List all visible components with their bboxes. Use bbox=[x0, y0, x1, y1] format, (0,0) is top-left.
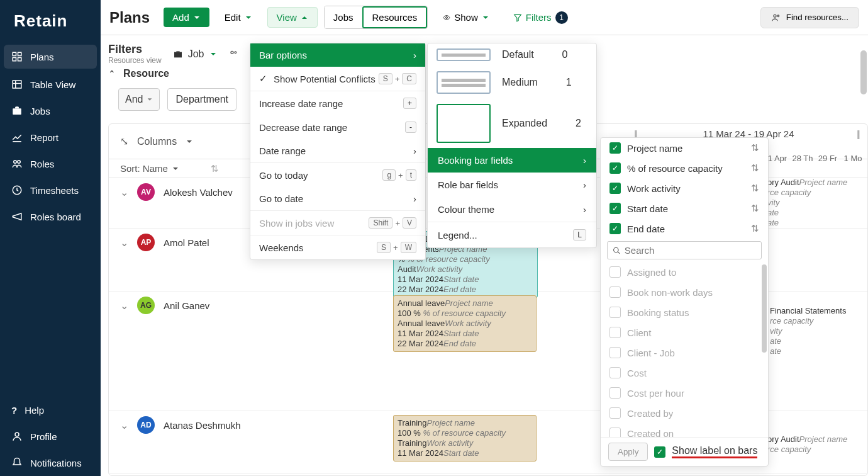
field-option[interactable]: Assigned to bbox=[601, 262, 768, 282]
field-option[interactable]: Created on bbox=[601, 423, 768, 437]
sort-drag-icon[interactable]: ⇅ bbox=[211, 163, 219, 174]
chevron-down-icon bbox=[186, 138, 193, 145]
menu-conflicts[interactable]: ✓Show Potential Conflicts S+C bbox=[250, 67, 425, 91]
nav-label: Plans bbox=[30, 52, 54, 62]
logo: Retain bbox=[0, 0, 101, 42]
checkbox-icon bbox=[609, 428, 621, 437]
jobs-resources-toggle: Jobs Resources bbox=[324, 6, 428, 29]
avatar: AP bbox=[137, 234, 155, 251]
view-button[interactable]: View bbox=[267, 7, 318, 28]
field-work-activity[interactable]: ✓Work activity⇅ bbox=[601, 178, 768, 198]
field-option[interactable]: Book non-work days bbox=[601, 282, 768, 302]
svg-rect-17 bbox=[174, 52, 182, 57]
resources-tab[interactable]: Resources bbox=[362, 6, 428, 28]
field-option[interactable]: Cost bbox=[601, 363, 768, 383]
apply-button[interactable]: Apply bbox=[608, 443, 648, 461]
field-option[interactable]: Client - Job bbox=[601, 343, 768, 363]
job-filter[interactable]: Job bbox=[173, 48, 217, 60]
search-input[interactable] bbox=[625, 245, 756, 256]
field-project-name[interactable]: ✓Project name⇅ bbox=[601, 138, 768, 158]
size-expanded[interactable]: Expanded 2 bbox=[428, 99, 596, 148]
chevron-down-icon[interactable]: ⌄ bbox=[120, 300, 128, 312]
search-icon bbox=[613, 246, 621, 255]
chevron-up-icon bbox=[301, 14, 308, 21]
chevron-down-icon bbox=[245, 14, 252, 21]
field-pct-capacity[interactable]: ✓% of resource capacity⇅ bbox=[601, 158, 768, 178]
show-button[interactable]: Show bbox=[434, 8, 498, 27]
field-option[interactable]: Client bbox=[601, 322, 768, 343]
chevron-right-icon: › bbox=[583, 155, 586, 166]
scrollbar[interactable] bbox=[762, 264, 767, 353]
page-scrollbar[interactable] bbox=[860, 50, 867, 94]
nav-plans[interactable]: Plans bbox=[4, 45, 97, 69]
drag-handle-icon[interactable]: ||| bbox=[857, 128, 863, 139]
drag-icon: ⇅ bbox=[751, 142, 759, 154]
chevron-down-icon[interactable]: ⌄ bbox=[120, 186, 128, 198]
checkbox-icon bbox=[609, 327, 621, 338]
size-medium[interactable]: Medium 1 bbox=[428, 66, 596, 99]
menu-header-bar-options[interactable]: Bar options› bbox=[250, 43, 425, 67]
menu-decrease-range[interactable]: Decrease date range- bbox=[250, 115, 425, 139]
edit-button[interactable]: Edit bbox=[216, 8, 261, 27]
nav-rolesboard[interactable]: Roles board bbox=[0, 203, 101, 230]
users-icon bbox=[11, 158, 23, 169]
checkbox-checked-icon[interactable]: ✓ bbox=[654, 446, 665, 458]
booking-bar[interactable]: TrainingProject name 100 % % of resource… bbox=[393, 415, 537, 462]
topbar: Plans Add Edit View Jobs Resources Show … bbox=[101, 0, 868, 35]
and-select[interactable]: And bbox=[118, 88, 160, 111]
view-dropdown: Bar options› ✓Show Potential Conflicts S… bbox=[250, 43, 426, 260]
nav-label: Help bbox=[25, 405, 44, 416]
nav-label: Timesheets bbox=[30, 185, 79, 196]
find-resources-button[interactable]: Find resources... bbox=[760, 7, 859, 28]
filters-title: Filters bbox=[108, 43, 162, 56]
field-end-date[interactable]: ✓End date⇅ bbox=[601, 218, 768, 239]
chevron-right-icon: › bbox=[583, 179, 586, 190]
menu-booking-bar-fields[interactable]: Booking bar fields› bbox=[428, 148, 596, 173]
nav-jobs[interactable]: Jobs bbox=[0, 98, 101, 124]
svg-point-16 bbox=[777, 15, 779, 17]
bell-icon bbox=[11, 457, 23, 468]
chevron-down-icon bbox=[147, 96, 153, 103]
menu-legend[interactable]: Legend...L bbox=[428, 222, 596, 247]
add-button[interactable]: Add bbox=[164, 8, 209, 27]
field-option[interactable]: Cost per hour bbox=[601, 383, 768, 403]
collapse-icon: ⤡ bbox=[120, 135, 128, 147]
drag-icon: ⇅ bbox=[751, 162, 759, 174]
field-start-date[interactable]: ✓Start date⇅ bbox=[601, 198, 768, 218]
menu-go-today[interactable]: Go to todayg+t bbox=[250, 163, 425, 187]
menu-role-bar-fields[interactable]: Role bar fields› bbox=[428, 173, 596, 197]
department-chip[interactable]: Department bbox=[167, 88, 236, 111]
chevron-down-icon[interactable]: ⌄ bbox=[120, 419, 128, 431]
field-option[interactable]: Booking status bbox=[601, 302, 768, 322]
chevron-down-icon[interactable]: ⌄ bbox=[120, 237, 128, 249]
menu-weekends[interactable]: WeekendsS+W bbox=[250, 235, 425, 259]
chevron-up-icon[interactable]: ⌃ bbox=[108, 69, 116, 79]
svg-rect-0 bbox=[13, 52, 16, 55]
menu-increase-range[interactable]: Increase date range+ bbox=[250, 91, 425, 115]
users-icon bbox=[771, 13, 781, 23]
nav-table[interactable]: Table View bbox=[0, 71, 101, 98]
svg-point-9 bbox=[14, 161, 17, 164]
nav-notifications[interactable]: Notifications bbox=[0, 450, 101, 476]
nav-profile[interactable]: Profile bbox=[0, 423, 101, 450]
jobs-tab[interactable]: Jobs bbox=[325, 6, 362, 28]
field-list-scroll[interactable]: Assigned to Book non-work days Booking s… bbox=[601, 262, 768, 437]
svg-point-20 bbox=[614, 247, 618, 252]
field-search[interactable] bbox=[607, 241, 762, 259]
filters-button[interactable]: Filters1 bbox=[504, 7, 577, 28]
show-label-toggle[interactable]: Show label on bars bbox=[672, 445, 757, 458]
field-option[interactable]: Created by bbox=[601, 403, 768, 423]
resource-name: Atanas Deshmukh bbox=[164, 420, 241, 431]
nav-help[interactable]: ?Help bbox=[0, 397, 101, 423]
booking-bar[interactable]: Annual leaveProject name 100 % % of reso… bbox=[393, 295, 537, 352]
eye-icon bbox=[443, 14, 450, 21]
menu-go-date[interactable]: Go to date› bbox=[250, 187, 425, 210]
menu-date-range[interactable]: Date range› bbox=[250, 139, 425, 162]
nav-timesheets[interactable]: Timesheets bbox=[0, 177, 101, 203]
size-default[interactable]: Default 0 bbox=[428, 43, 596, 66]
nav-label: Notifications bbox=[30, 458, 82, 468]
nav-report[interactable]: Report bbox=[0, 124, 101, 150]
nav-roles[interactable]: Roles bbox=[0, 150, 101, 177]
menu-colour-theme[interactable]: Colour theme› bbox=[428, 197, 596, 222]
columns-button[interactable]: ⤡ Columns bbox=[109, 135, 204, 147]
